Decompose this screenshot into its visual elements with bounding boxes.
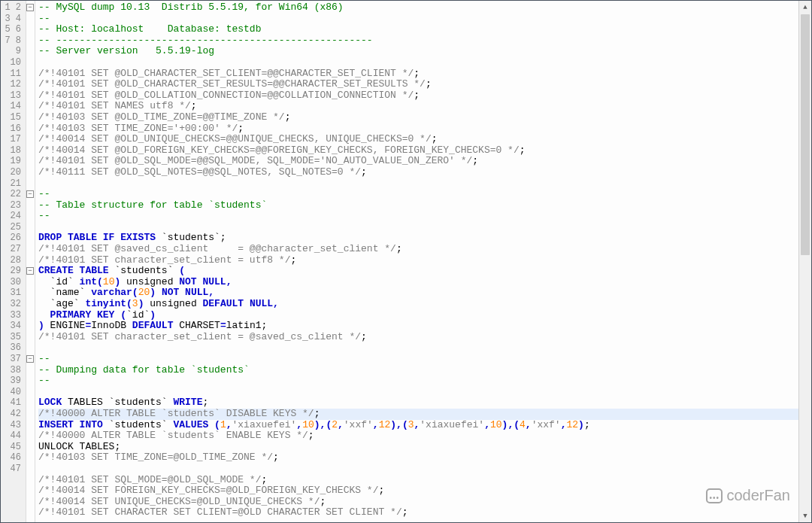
code-line[interactable]: CREATE TABLE `students` ( xyxy=(38,266,798,277)
vertical-scrollbar[interactable]: ▲ ▼ xyxy=(798,1,811,522)
code-line[interactable]: /*!40101 SET CHARACTER SET CLIENT=@OLD C… xyxy=(38,507,798,518)
code-line[interactable]: ) ENGINE=InnoDB DEFAULT CHARSET=latin1; xyxy=(38,321,798,332)
code-line[interactable]: `name` varchar(20) NOT NULL, xyxy=(38,287,798,299)
code-editor[interactable]: 1 2 3 4 5 6 7 8 9 10 11 12 13 14 15 16 1… xyxy=(0,0,812,523)
code-line[interactable]: /*!40101 SET @OLD_CHARACTER_SET_RESULTS=… xyxy=(38,79,798,90)
fold-toggle[interactable]: − xyxy=(26,355,34,363)
code-line[interactable]: /*!40101 SET @OLD_SQL_MODE=@@SQL_MODE, S… xyxy=(38,156,798,167)
code-line[interactable]: -- xyxy=(38,211,798,222)
code-line[interactable]: -- -------------------------------------… xyxy=(38,35,798,47)
code-line[interactable]: -- Dumping data for table `students` xyxy=(38,365,798,376)
code-line[interactable]: /*!40103 SET @OLD_TIME_ZONE=@@TIME_ZONE … xyxy=(38,112,798,123)
code-line[interactable]: -- xyxy=(38,189,798,200)
code-line[interactable] xyxy=(38,57,798,68)
line-number-gutter: 1 2 3 4 5 6 7 8 9 10 11 12 13 14 15 16 1… xyxy=(1,1,26,522)
code-line[interactable]: /*!40014 SET FOREIGN_KEY_CHECKS=@OLD_FOR… xyxy=(38,485,798,497)
code-line[interactable]: /*!40000 ALTER TABLE `students` ENABLE K… xyxy=(38,430,798,442)
code-line[interactable] xyxy=(38,387,798,398)
code-area[interactable]: -- MySQL dump 10.13 Distrib 5.5.19, for … xyxy=(35,1,798,522)
code-line[interactable]: /*!40101 SET @saved_cs_client = @@charac… xyxy=(38,244,798,255)
fold-toggle[interactable]: − xyxy=(26,4,34,11)
code-line[interactable] xyxy=(38,178,798,190)
code-line[interactable]: -- Table structure for table `students` xyxy=(38,200,798,211)
scroll-up-button[interactable]: ▲ xyxy=(799,1,811,14)
code-line[interactable]: -- Host: localhost Database: testdb xyxy=(38,24,798,35)
code-line[interactable]: -- xyxy=(38,354,798,365)
code-line[interactable] xyxy=(38,222,798,233)
code-line[interactable]: /*!40101 SET SQL_MODE=@OLD_SQL_MODE */; xyxy=(38,475,798,486)
code-line[interactable]: DROP TABLE IF EXISTS `students`; xyxy=(38,233,798,244)
code-line[interactable]: INSERT INTO `students` VALUES (1,'xiaxue… xyxy=(38,420,798,431)
scroll-thumb[interactable] xyxy=(801,14,810,255)
code-line[interactable]: /*!40101 SET @OLD_COLLATION_CONNECTION=@… xyxy=(38,90,798,102)
fold-toggle[interactable]: − xyxy=(26,267,34,275)
scroll-down-button[interactable]: ▼ xyxy=(799,509,811,522)
fold-column[interactable]: −−−− xyxy=(26,1,35,522)
code-line[interactable]: /*!40101 SET @OLD_CHARACTER_SET_CLIENT=@… xyxy=(38,68,798,80)
code-line[interactable]: /*!40000 ALTER TABLE `students` DISABLE … xyxy=(38,409,798,420)
code-line[interactable]: -- MySQL dump 10.13 Distrib 5.5.19, for … xyxy=(38,2,798,14)
code-line[interactable] xyxy=(38,342,798,354)
code-line[interactable]: /*!40103 SET TIME_ZONE='+00:00' */; xyxy=(38,123,798,135)
code-line[interactable]: `age` tinyint(3) unsigned DEFAULT NULL, xyxy=(38,299,798,310)
code-line[interactable]: PRIMARY KEY (`id`) xyxy=(38,310,798,321)
code-line[interactable]: /*!40101 SET character_set_client = @sav… xyxy=(38,332,798,343)
code-line[interactable]: /*!40103 SET TIME_ZONE=@OLD_TIME_ZONE */… xyxy=(38,452,798,464)
code-line[interactable]: -- Server version 5.5.19-log xyxy=(38,46,798,57)
code-line[interactable]: /*!40101 SET character_set_client = utf8… xyxy=(38,255,798,266)
code-line[interactable]: /*!40014 SET @OLD_UNIQUE_CHECKS=@@UNIQUE… xyxy=(38,134,798,145)
code-line[interactable]: UNLOCK TABLES; xyxy=(38,442,798,453)
code-line[interactable]: /*!40014 SET UNIQUE_CHECKS=@OLD_UNIQUE_C… xyxy=(38,497,798,508)
code-line[interactable]: `id` int(10) unsigned NOT NULL, xyxy=(38,277,798,288)
code-line[interactable]: /*!40101 SET NAMES utf8 */; xyxy=(38,101,798,112)
code-line[interactable]: -- xyxy=(38,14,798,25)
code-line[interactable]: /*!40111 SET @OLD_SQL_NOTES=@@SQL_NOTES,… xyxy=(38,167,798,178)
code-line[interactable]: LOCK TABLES `students` WRITE; xyxy=(38,397,798,409)
code-line[interactable] xyxy=(38,464,798,475)
code-line[interactable]: -- xyxy=(38,376,798,387)
fold-toggle[interactable]: − xyxy=(26,190,34,198)
code-line[interactable]: /*!40014 SET @OLD_FOREIGN_KEY_CHECKS=@@F… xyxy=(38,145,798,157)
